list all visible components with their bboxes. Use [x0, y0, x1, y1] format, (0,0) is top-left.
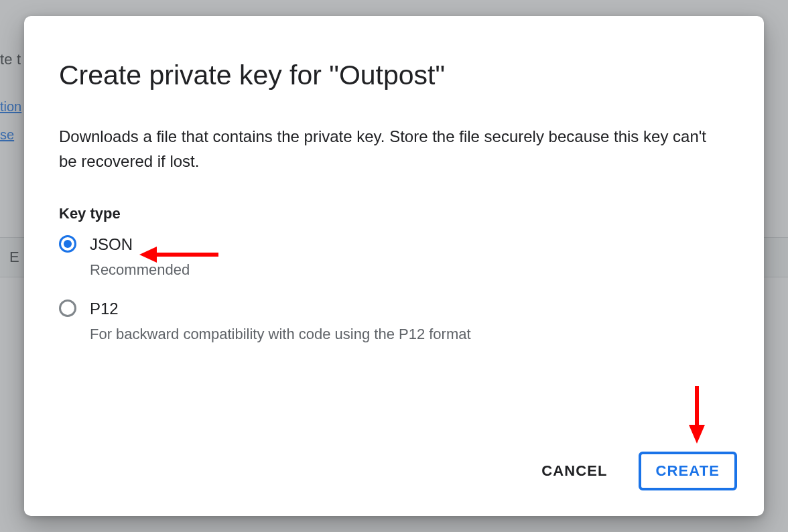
- radio-icon[interactable]: [59, 235, 76, 253]
- radio-label: P12: [90, 299, 471, 319]
- dialog-description: Downloads a file that contains the priva…: [59, 124, 716, 174]
- key-type-option-json[interactable]: JSON Recommended: [59, 235, 729, 279]
- radio-icon[interactable]: [59, 300, 76, 317]
- cancel-button[interactable]: CANCEL: [527, 453, 622, 489]
- radio-sub: Recommended: [90, 261, 190, 279]
- dialog-body: Create private key for "Outpost" Downloa…: [24, 16, 764, 452]
- radio-label: JSON: [90, 235, 190, 255]
- dialog-actions: CANCEL CREATE: [24, 452, 764, 516]
- create-button[interactable]: CREATE: [639, 452, 737, 490]
- key-type-option-p12[interactable]: P12 For backward compatibility with code…: [59, 299, 729, 343]
- dialog-title: Create private key for "Outpost": [59, 59, 729, 92]
- key-type-group-label: Key type: [59, 205, 729, 222]
- radio-sub: For backward compatibility with code usi…: [90, 326, 471, 343]
- radio-texts: JSON Recommended: [90, 235, 190, 279]
- create-key-dialog: Create private key for "Outpost" Downloa…: [24, 16, 764, 516]
- radio-texts: P12 For backward compatibility with code…: [90, 299, 471, 343]
